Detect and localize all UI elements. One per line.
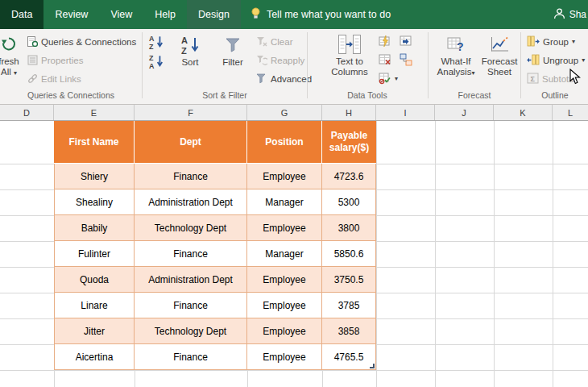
- column-header-H[interactable]: H: [322, 105, 376, 120]
- cell[interactable]: Administration Dept: [135, 267, 247, 293]
- what-if-analysis-button[interactable]: ? What-If Analysis▾: [433, 32, 478, 77]
- refresh-all-button[interactable]: fresh All ▾: [0, 32, 24, 77]
- flash-fill-button[interactable]: [379, 34, 391, 50]
- column-header-J[interactable]: J: [435, 105, 494, 120]
- properties-button[interactable]: Properties: [27, 52, 83, 69]
- cell[interactable]: Shiery: [54, 164, 135, 189]
- table-header-dept[interactable]: Dept: [135, 121, 247, 164]
- cell[interactable]: 3800: [322, 215, 376, 241]
- filter-button[interactable]: Filter: [214, 33, 251, 68]
- cell[interactable]: 5300: [322, 189, 376, 215]
- cell[interactable]: Employee: [247, 293, 322, 318]
- sheet-grid[interactable]: First Name Dept Position Payable salary(…: [0, 121, 588, 387]
- cell[interactable]: Finance: [135, 344, 247, 370]
- forecast-sheet-button[interactable]: Forecast Sheet: [480, 32, 519, 77]
- cell[interactable]: Employee: [247, 215, 322, 241]
- cell[interactable]: Employee: [247, 267, 322, 293]
- ungroup-label: Ungroup: [543, 56, 578, 65]
- data-validation-icon: [379, 72, 391, 86]
- cell[interactable]: Technology Dept: [135, 318, 247, 344]
- ungroup-button[interactable]: Ungroup ▾: [527, 52, 585, 69]
- sort-descending-button[interactable]: ZA: [147, 52, 165, 70]
- refresh-label-1: fresh: [0, 56, 19, 67]
- group-button[interactable]: Group ▾: [527, 34, 575, 50]
- forecast-sheet-icon: [490, 32, 509, 56]
- svg-text:Σ: Σ: [531, 75, 536, 83]
- cell[interactable]: Employee: [247, 318, 322, 344]
- tab-view[interactable]: View: [99, 0, 143, 29]
- properties-icon: [27, 55, 38, 67]
- sort-ascending-icon: AZ: [148, 34, 164, 50]
- tab-design[interactable]: Design: [187, 0, 241, 29]
- refresh-label-2: All: [1, 67, 11, 77]
- column-header-L[interactable]: L: [553, 105, 588, 120]
- account-button[interactable]: Sha: [553, 0, 588, 29]
- cell[interactable]: Administration Dept: [135, 189, 247, 215]
- column-header-D[interactable]: D: [0, 105, 54, 120]
- cell[interactable]: 5850.6: [322, 241, 376, 267]
- cell[interactable]: Technology Dept: [135, 215, 247, 241]
- cell[interactable]: Babily: [54, 215, 135, 241]
- text-to-columns-label: Text to Columns: [326, 56, 373, 77]
- cell[interactable]: Jitter: [54, 318, 135, 344]
- cell[interactable]: 3858: [322, 318, 376, 344]
- column-header-E[interactable]: E: [54, 105, 135, 120]
- tab-review[interactable]: Review: [43, 0, 99, 29]
- column-header-K[interactable]: K: [494, 105, 553, 120]
- cell[interactable]: 4723.6: [322, 164, 376, 189]
- sort-icon: AZ: [180, 33, 201, 57]
- text-to-columns-icon: [337, 32, 362, 56]
- cell[interactable]: 4765.5: [322, 344, 376, 370]
- table-header-first-name[interactable]: First Name: [54, 121, 135, 164]
- table-header-position[interactable]: Position: [247, 121, 322, 164]
- cell[interactable]: Employee: [247, 344, 322, 370]
- cell[interactable]: Manager: [247, 241, 322, 267]
- refresh-icon: [1, 32, 17, 56]
- sort-ascending-button[interactable]: AZ: [147, 33, 165, 51]
- remove-duplicates-button[interactable]: [379, 52, 391, 69]
- tab-help[interactable]: Help: [143, 0, 187, 29]
- cell[interactable]: Aicertina: [54, 344, 135, 370]
- cell[interactable]: Employee: [247, 164, 322, 189]
- svg-text:Z: Z: [149, 54, 154, 62]
- gridline: [435, 121, 436, 387]
- edit-links-button[interactable]: Edit Links: [27, 71, 81, 87]
- cell[interactable]: Linare: [54, 293, 135, 318]
- advanced-filter-button[interactable]: Advanced: [256, 71, 312, 87]
- consolidate-button[interactable]: [400, 34, 412, 50]
- reapply-icon: [256, 54, 267, 67]
- table-header-payable-salary[interactable]: Payable salary($): [322, 121, 376, 164]
- cell[interactable]: Shealiny: [54, 189, 135, 215]
- relationships-button[interactable]: [400, 52, 412, 69]
- cell[interactable]: Manager: [247, 189, 322, 215]
- cell[interactable]: Fulinter: [54, 241, 135, 267]
- group-label-data-tools: Data Tools: [308, 90, 426, 102]
- column-header-G[interactable]: G: [247, 105, 322, 120]
- forecast-sheet-label: Forecast Sheet: [481, 56, 518, 77]
- clear-filter-button[interactable]: Clear: [256, 34, 292, 50]
- relationships-icon: [400, 53, 412, 68]
- tell-me-box[interactable]: Tell me what you want to do: [241, 0, 400, 29]
- sort-descending-icon: ZA: [148, 53, 164, 69]
- sort-button[interactable]: AZ Sort: [172, 33, 208, 68]
- gridline: [553, 121, 553, 387]
- queries-connections-button[interactable]: Queries & Connections: [27, 34, 136, 50]
- group-divider: [142, 32, 143, 98]
- reapply-button[interactable]: Reapply: [256, 52, 304, 69]
- cell[interactable]: Finance: [135, 164, 247, 189]
- cell[interactable]: Finance: [135, 293, 247, 318]
- data-validation-button[interactable]: ▾: [379, 71, 398, 87]
- cell[interactable]: Finance: [135, 241, 247, 267]
- cell[interactable]: 3750.5: [322, 267, 376, 293]
- table-resize-handle[interactable]: [370, 364, 375, 368]
- advanced-filter-label: Advanced: [271, 74, 312, 84]
- cell[interactable]: 3785: [322, 293, 376, 318]
- text-to-columns-button[interactable]: Text to Columns: [325, 32, 374, 77]
- svg-text:A: A: [149, 35, 155, 43]
- group-label-queries: Queries & Connections: [0, 90, 142, 102]
- column-header-I[interactable]: I: [376, 105, 435, 120]
- column-header-F[interactable]: F: [135, 105, 247, 120]
- queries-connections-label: Queries & Connections: [41, 37, 136, 47]
- tab-data[interactable]: Data: [0, 0, 43, 29]
- cell[interactable]: Quoda: [54, 267, 135, 293]
